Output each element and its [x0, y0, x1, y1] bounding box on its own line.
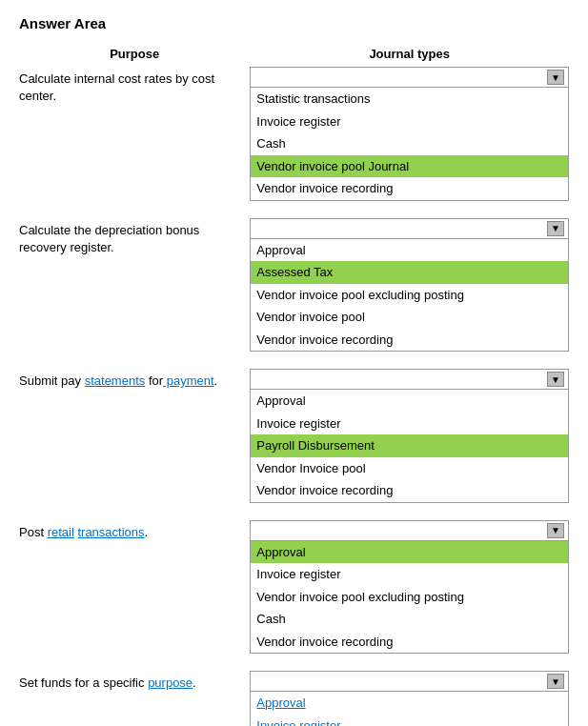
purpose-3: Submit pay statements for payment.: [19, 369, 250, 390]
purpose-text: pay: [61, 373, 81, 388]
dropdown-item-2-4[interactable]: Vendor invoice pool: [251, 306, 568, 329]
dropdown-item-4-2[interactable]: Invoice register: [251, 563, 568, 586]
answer-table: Purpose Journal types Calculate internal…: [19, 47, 569, 726]
journal-header: Journal types: [250, 47, 569, 61]
purpose-link: transactions: [77, 525, 144, 539]
journal-col-1: ▼Statistic transactionsInvoice registerC…: [250, 67, 569, 201]
dropdown-item-1-3[interactable]: Cash: [251, 132, 568, 155]
purpose-5: Set funds for a specific purpose.: [19, 671, 250, 692]
dropdown-item-4-1[interactable]: Approval: [251, 541, 568, 564]
purpose-text: .: [214, 373, 218, 388]
journal-col-4: ▼ApprovalInvoice registerVendor invoice …: [250, 520, 569, 655]
purpose-2: Calculate the depreciation bonus recover…: [19, 218, 250, 256]
journal-col-5: ▼ApprovalInvoice registerVendor invoice …: [250, 671, 569, 726]
dropdown-item-2-5[interactable]: Vendor invoice recording: [251, 329, 568, 352]
purpose-link: statements: [85, 373, 146, 388]
dropdown-item-2-2[interactable]: Assessed Tax: [251, 261, 568, 284]
dropdown-item-2-1[interactable]: Approval: [251, 239, 568, 262]
dropdown-arrow-5[interactable]: ▼: [547, 674, 564, 689]
dropdown-item-1-2[interactable]: Invoice register: [251, 111, 568, 133]
dropdown-arrow-4[interactable]: ▼: [547, 523, 564, 538]
journal-col-3: ▼ApprovalInvoice registerPayroll Disburs…: [250, 369, 569, 503]
dropdown-header-5[interactable]: ▼: [250, 671, 569, 692]
dropdown-list-4: ApprovalInvoice registerVendor invoice p…: [250, 541, 569, 655]
dropdown-item-2-3[interactable]: Vendor invoice pool excluding posting: [251, 284, 568, 307]
purpose-text: Calculate the depreciation bonus recover…: [19, 223, 199, 254]
dropdown-item-5-2[interactable]: Invoice register: [251, 715, 568, 727]
dropdown-item-1-4[interactable]: Vendor invoice pool Journal: [251, 155, 568, 178]
dropdown-header-1[interactable]: ▼: [250, 67, 569, 88]
purpose-text: for: [149, 373, 163, 388]
dropdown-list-1: Statistic transactionsInvoice registerCa…: [250, 88, 569, 201]
dropdown-item-3-1[interactable]: Approval: [251, 390, 568, 413]
purpose-text: .: [145, 525, 149, 539]
purpose-text: Post: [19, 525, 48, 539]
dropdown-list-5: ApprovalInvoice registerVendor invoice p…: [250, 692, 569, 726]
dropdown-item-3-2[interactable]: Invoice register: [251, 413, 568, 435]
rows-container: Calculate internal cost rates by cost ce…: [19, 67, 569, 726]
row-3: Submit pay statements for payment.▼Appro…: [19, 369, 569, 503]
column-headers: Purpose Journal types: [19, 47, 569, 61]
purpose-link: payment: [163, 373, 213, 388]
purpose-text: Submit: [19, 373, 61, 388]
dropdown-item-3-4[interactable]: Vendor Invoice pool: [251, 457, 568, 480]
purpose-header: Purpose: [19, 47, 250, 61]
dropdown-arrow-1[interactable]: ▼: [547, 70, 564, 85]
dropdown-item-1-1[interactable]: Statistic transactions: [251, 88, 568, 111]
dropdown-item-3-3[interactable]: Payroll Disbursement: [251, 434, 568, 457]
purpose-text: Calculate internal cost rates by cost ce…: [19, 71, 214, 103]
dropdown-item-4-4[interactable]: Cash: [251, 608, 568, 631]
purpose-text: Set funds for a specific: [19, 676, 148, 690]
row-1: Calculate internal cost rates by cost ce…: [19, 67, 569, 201]
page-title: Answer Area: [19, 15, 569, 31]
row-4: Post retail transactions.▼ApprovalInvoic…: [19, 520, 569, 655]
row-5: Set funds for a specific purpose.▼Approv…: [19, 671, 569, 726]
purpose-link: retail: [48, 525, 74, 539]
purpose-link: purpose: [148, 676, 193, 690]
dropdown-header-3[interactable]: ▼: [250, 369, 569, 390]
dropdown-list-2: ApprovalAssessed TaxVendor invoice pool …: [250, 239, 569, 353]
purpose-1: Calculate internal cost rates by cost ce…: [19, 67, 250, 105]
purpose-text: .: [193, 676, 196, 690]
dropdown-item-5-1[interactable]: Approval: [251, 692, 568, 715]
dropdown-arrow-2[interactable]: ▼: [547, 221, 564, 236]
row-2: Calculate the depreciation bonus recover…: [19, 218, 569, 353]
dropdown-header-2[interactable]: ▼: [250, 218, 569, 239]
dropdown-item-3-5[interactable]: Vendor invoice recording: [251, 479, 568, 502]
dropdown-item-4-5[interactable]: Vendor invoice recording: [251, 631, 568, 654]
purpose-4: Post retail transactions.: [19, 520, 250, 541]
dropdown-item-4-3[interactable]: Vendor invoice pool excluding posting: [251, 586, 568, 609]
dropdown-list-3: ApprovalInvoice registerPayroll Disburse…: [250, 390, 569, 503]
dropdown-item-1-5[interactable]: Vendor invoice recording: [251, 177, 568, 200]
journal-col-2: ▼ApprovalAssessed TaxVendor invoice pool…: [250, 218, 569, 353]
dropdown-arrow-3[interactable]: ▼: [547, 372, 564, 387]
dropdown-header-4[interactable]: ▼: [250, 520, 569, 541]
